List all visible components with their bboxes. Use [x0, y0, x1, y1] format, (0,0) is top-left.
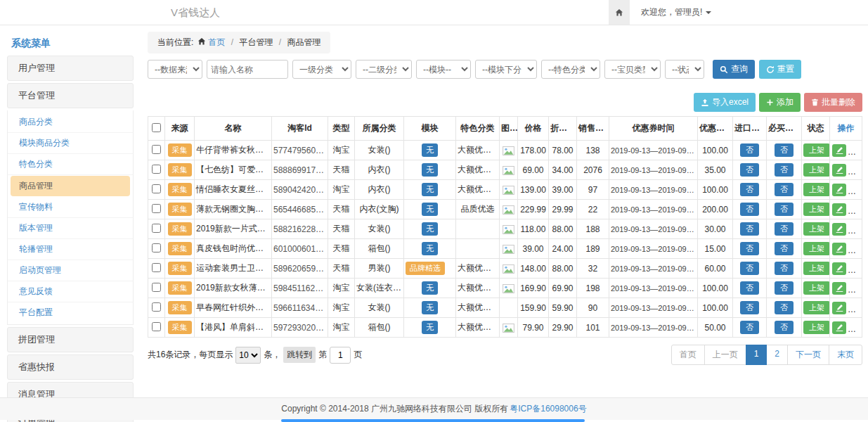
data-source-select[interactable]: --数据来源--	[148, 60, 202, 79]
status-button[interactable]: 上架	[803, 301, 830, 314]
row-checkbox[interactable]	[152, 204, 161, 213]
jump-page-input[interactable]	[330, 347, 351, 364]
sidebar-item[interactable]: 轮播管理	[8, 239, 133, 260]
status-button[interactable]: 上架	[803, 262, 830, 275]
import-toggle-button[interactable]: 否	[740, 183, 759, 196]
sidebar-item[interactable]: 特色分类	[8, 154, 133, 175]
status-button[interactable]: 上架	[803, 143, 830, 157]
add-button[interactable]: 添加	[759, 93, 801, 112]
import-toggle-button[interactable]: 否	[740, 143, 759, 157]
edit-button[interactable]	[832, 262, 846, 275]
action-cell	[830, 239, 862, 259]
level1-category-select[interactable]: 一级分类	[292, 60, 351, 79]
status-button[interactable]: 上架	[803, 281, 830, 295]
sidebar-item[interactable]: 模块商品分类	[8, 133, 133, 154]
page-button-末页[interactable]: 末页	[829, 345, 862, 365]
category-cell: 内衣()	[355, 160, 404, 180]
import-toggle-button[interactable]: 否	[740, 242, 759, 255]
row-checkbox[interactable]	[152, 302, 161, 312]
status-button[interactable]: 上架	[803, 203, 830, 216]
search-button[interactable]: 查询	[713, 60, 755, 79]
reset-button[interactable]: 重置	[759, 60, 801, 79]
status-select[interactable]: --状态--	[665, 60, 704, 79]
name-input[interactable]	[207, 60, 288, 79]
import-excel-button[interactable]: 导入excel	[694, 93, 756, 112]
sidebar-section-0[interactable]: 用户管理	[7, 56, 134, 81]
page-button-首页[interactable]: 首页	[671, 345, 705, 365]
sidebar-item[interactable]: 版本管理	[8, 218, 133, 239]
edit-button[interactable]	[832, 203, 846, 216]
sidebar-section-3[interactable]: 省惠快报	[7, 354, 134, 380]
row-checkbox-cell	[148, 141, 165, 160]
sidebar-item[interactable]: 启动页管理	[8, 260, 133, 281]
status-button[interactable]: 上架	[803, 321, 830, 334]
row-checkbox[interactable]	[152, 224, 161, 233]
status-button[interactable]: 上架	[803, 242, 830, 255]
batch-delete-button[interactable]: 批量删除	[804, 93, 862, 112]
sidebar-item[interactable]: 宣传物料	[8, 197, 133, 218]
app-title: V省钱达人	[171, 6, 220, 20]
import-toggle-button[interactable]: 否	[740, 222, 759, 236]
status-button[interactable]: 上架	[803, 222, 830, 236]
sidebar-item[interactable]: 商品管理	[11, 176, 130, 196]
module-subcategory-select[interactable]: --模块下分类--	[475, 60, 537, 79]
status-button[interactable]: 上架	[803, 163, 830, 177]
home-button[interactable]	[609, 0, 630, 25]
import-toggle-button[interactable]: 否	[740, 203, 759, 216]
feature-category-select[interactable]: --特色分类--	[541, 60, 600, 79]
status-button[interactable]: 上架	[803, 183, 830, 196]
select-all-checkbox[interactable]	[152, 123, 161, 132]
price-cell: 118.00	[518, 219, 549, 239]
user-menu[interactable]: 欢迎您，管理员!	[641, 6, 711, 18]
horizontal-scrollbar-thumb[interactable]	[281, 419, 585, 422]
row-checkbox[interactable]	[152, 283, 161, 292]
edit-button[interactable]	[832, 321, 846, 334]
sidebar-section-1[interactable]: 平台管理	[7, 83, 134, 108]
edit-button[interactable]	[832, 164, 846, 177]
item-type-select[interactable]: --宝贝类型--	[604, 60, 661, 79]
row-checkbox[interactable]	[152, 263, 161, 272]
import-toggle-button[interactable]: 否	[740, 163, 759, 177]
edit-button[interactable]	[832, 223, 846, 236]
must-buy-toggle-button[interactable]: 否	[775, 143, 793, 157]
must-buy-toggle-button[interactable]: 否	[775, 281, 793, 295]
edit-button[interactable]	[832, 184, 846, 196]
module-select[interactable]: --模块--	[416, 60, 471, 79]
import-toggle-button[interactable]: 否	[740, 301, 759, 314]
page-button-2[interactable]: 2	[766, 345, 788, 365]
must-buy-toggle-button[interactable]: 否	[775, 183, 793, 196]
page-button-1[interactable]: 1	[746, 345, 767, 365]
level2-category-select[interactable]: --二级分类--	[356, 60, 412, 79]
import-toggle-button[interactable]: 否	[740, 281, 759, 295]
import-select-cell: 否	[733, 160, 767, 180]
row-checkbox[interactable]	[152, 243, 161, 252]
page-button-上一页[interactable]: 上一页	[704, 345, 746, 365]
row-checkbox[interactable]	[152, 322, 161, 331]
must-buy-toggle-button[interactable]: 否	[775, 321, 793, 334]
breadcrumb-home-link[interactable]: 首页	[193, 37, 225, 47]
edit-button[interactable]	[832, 282, 846, 295]
must-buy-toggle-button[interactable]: 否	[775, 301, 793, 314]
sidebar-item[interactable]: 平台配置	[8, 302, 133, 323]
edit-button[interactable]	[832, 302, 846, 314]
edit-button[interactable]	[832, 144, 846, 157]
sidebar-item[interactable]: 意见反馈	[8, 281, 133, 302]
edit-button[interactable]	[832, 243, 846, 255]
page-button-下一页[interactable]: 下一页	[787, 345, 829, 365]
sidebar-item[interactable]: 商品分类	[8, 112, 133, 133]
icp-link[interactable]: 粤ICP备16098006号	[510, 403, 586, 415]
must-buy-toggle-button[interactable]: 否	[775, 222, 793, 236]
import-toggle-button[interactable]: 否	[740, 262, 759, 275]
row-checkbox[interactable]	[152, 165, 161, 174]
must-buy-toggle-button[interactable]: 否	[775, 163, 793, 177]
sidebar-section-2[interactable]: 拼团管理	[7, 327, 134, 352]
row-checkbox[interactable]	[152, 145, 161, 154]
must-buy-toggle-button[interactable]: 否	[775, 242, 793, 255]
import-toggle-button[interactable]: 否	[740, 321, 759, 334]
must-buy-toggle-button[interactable]: 否	[775, 203, 793, 216]
row-checkbox[interactable]	[152, 184, 161, 193]
sales-cell: 188	[577, 219, 609, 239]
sales-cell: 32	[577, 259, 609, 279]
must-buy-toggle-button[interactable]: 否	[775, 262, 793, 275]
per-page-select[interactable]: 10	[235, 347, 261, 364]
